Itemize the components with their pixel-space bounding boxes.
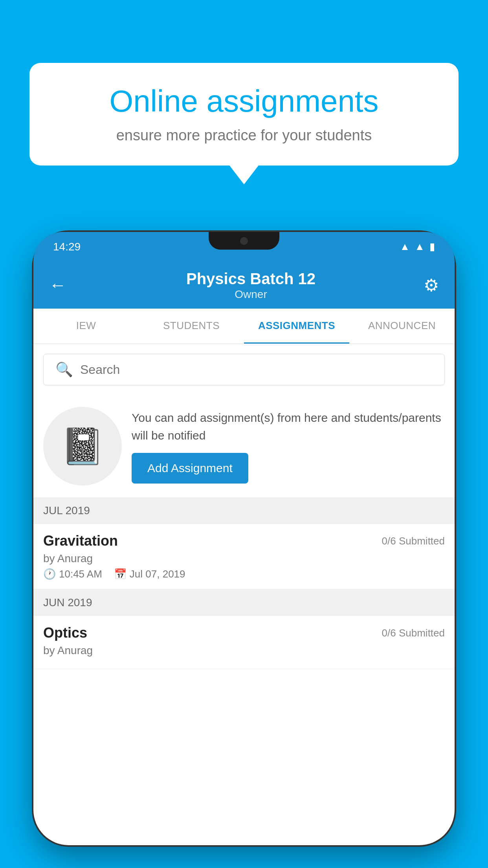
wifi-icon: ▲ [400,241,410,253]
clock-icon: 🕐 [43,568,56,580]
settings-icon[interactable]: ⚙ [424,275,439,295]
tab-students[interactable]: STUDENTS [139,309,244,344]
app-bar: ← Physics Batch 12 Owner ⚙ [33,261,455,309]
tab-assignments[interactable]: ASSIGNMENTS [244,309,349,344]
search-icon: 🔍 [55,361,73,378]
section-header-jun: JUN 2019 [33,589,455,616]
assignment-date: 📅 Jul 07, 2019 [114,568,185,580]
search-input[interactable] [80,362,433,377]
phone-frame: 14:29 ▲ ▲ ▮ ← Physics Batch 12 Owner ⚙ I… [33,232,455,845]
notch [209,232,279,250]
status-time: 14:29 [53,241,81,253]
assignment-item-optics[interactable]: Optics 0/6 Submitted by Anurag [33,616,455,669]
cta-section: 📓 You can add assignment(s) from here an… [33,395,455,497]
section-header-jul: JUL 2019 [33,497,455,524]
back-button[interactable]: ← [49,275,66,295]
assignment-item-gravitation[interactable]: Gravitation 0/6 Submitted by Anurag 🕐 10… [33,524,455,589]
assignment-name-optics: Optics [43,625,87,641]
promo-card: Online assignments ensure more practice … [29,63,459,166]
promo-heading: Online assignments [53,85,435,118]
camera-dot [240,237,248,245]
phone-screen: 🔍 📓 You can add assignment(s) from here … [33,344,455,845]
assignment-by-optics: by Anurag [43,644,445,657]
phone-mockup: 14:29 ▲ ▲ ▮ ← Physics Batch 12 Owner ⚙ I… [33,232,455,868]
tab-overview[interactable]: IEW [33,309,139,344]
assignment-name: Gravitation [43,533,118,549]
search-bar[interactable]: 🔍 [43,354,445,385]
battery-icon: ▮ [429,241,435,253]
assignment-time: 🕐 10:45 AM [43,568,102,580]
signal-icon: ▲ [415,241,425,253]
tab-announcements[interactable]: ANNOUNCEN [349,309,455,344]
promo-subtext: ensure more practice for your students [53,127,435,144]
app-title: Physics Batch 12 [78,269,424,288]
assignment-illustration: 📓 [43,407,122,485]
status-bar: 14:29 ▲ ▲ ▮ [33,232,455,261]
tabs-bar: IEW STUDENTS ASSIGNMENTS ANNOUNCEN [33,309,455,344]
assignment-submitted-optics: 0/6 Submitted [382,627,445,639]
app-bar-title: Physics Batch 12 Owner [78,269,424,301]
notebook-icon: 📓 [61,426,105,467]
status-icons: ▲ ▲ ▮ [400,241,435,253]
cta-text-area: You can add assignment(s) from here and … [132,409,445,484]
assignment-by: by Anurag [43,552,445,565]
calendar-icon: 📅 [114,568,127,580]
add-assignment-button[interactable]: Add Assignment [132,453,248,484]
assignment-submitted: 0/6 Submitted [382,535,445,547]
app-subtitle: Owner [78,288,424,301]
cta-description: You can add assignment(s) from here and … [132,409,445,444]
